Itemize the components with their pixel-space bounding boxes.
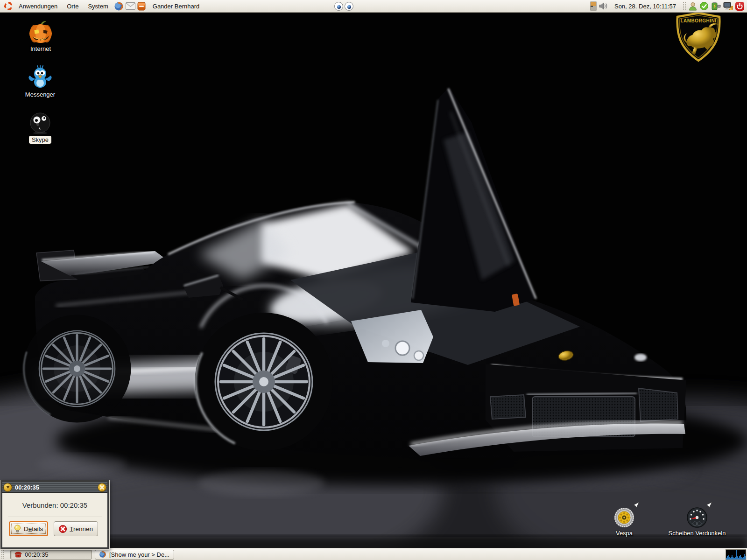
desktop-icon-scheiben-verdunkeln[interactable]: Scheiben Verdunkeln <box>662 507 732 537</box>
eye-left-icon <box>334 2 343 11</box>
details-button-label: Details <box>24 525 43 532</box>
disconnect-icon <box>59 525 67 533</box>
menu-system[interactable]: System <box>83 0 113 12</box>
rollup-triangle-icon <box>6 486 10 489</box>
wallpaper-lamborghini: LAMBORGHINI <box>0 0 747 560</box>
connection-status-text: Verbunden: 00:20:35 <box>7 501 103 509</box>
taskbar-item-timer[interactable]: 00:20:35 <box>10 550 92 560</box>
bottom-panel: 00:20:35 [Show me your > De... <box>0 548 747 560</box>
desktop-icon-internet[interactable]: Internet <box>15 20 66 52</box>
user-menu[interactable]: Gander Bernhard <box>151 0 201 12</box>
cpufreq-applet-icon[interactable] <box>590 1 597 11</box>
task-label: [Show me your > De... <box>109 551 169 558</box>
panel-grip[interactable] <box>1 550 5 559</box>
menu-anwendungen[interactable]: Anwendungen <box>14 0 62 12</box>
launcher-arrow-icon <box>702 501 713 512</box>
tray-grip[interactable] <box>683 1 686 11</box>
lamborghini-logo-text: LAMBORGHINI <box>680 18 716 23</box>
top-panel-right: Son, 28. Dez, 10:11:57 <box>589 0 747 12</box>
disconnect-button[interactable]: Trennen <box>54 521 98 536</box>
user-status-icon[interactable] <box>688 1 698 11</box>
close-button[interactable] <box>98 483 106 492</box>
eye-right-icon <box>345 2 353 11</box>
system-monitor-applet[interactable] <box>726 549 746 560</box>
launcher-arrow-icon <box>629 501 641 512</box>
menu-orte[interactable]: Orte <box>62 0 83 12</box>
package-launcher-icon[interactable] <box>137 1 146 11</box>
firefox-launcher-icon[interactable] <box>114 1 124 11</box>
desktop-icon-label: Vespa <box>616 530 633 537</box>
top-panel-left: Anwendungen Orte System <box>0 0 201 12</box>
wheel-icon <box>613 507 635 528</box>
mail-launcher-icon[interactable] <box>126 2 135 10</box>
timer-dialog-window: 00:20:35 Verbunden: 00:20:35 Details <box>0 480 109 549</box>
network-warning-icon[interactable] <box>723 1 733 11</box>
gauge-icon <box>686 507 708 528</box>
desktop-icon-label-selected: Skype <box>29 136 51 144</box>
desktop-icon-label: Scheiben Verdunkeln <box>669 530 726 537</box>
dialog-title: 00:20:35 <box>15 484 98 491</box>
desktop-screen: LAMBORGHINI Anwendungen Orte System <box>0 0 747 560</box>
telephone-icon <box>14 552 22 558</box>
firefox-icon <box>99 551 106 558</box>
skype-blob-icon <box>28 112 52 134</box>
ubuntu-logo-icon[interactable] <box>4 1 13 11</box>
top-panel: Anwendungen Orte System <box>0 0 747 13</box>
details-button[interactable]: Details <box>9 521 48 536</box>
battery-charging-icon[interactable] <box>711 1 721 11</box>
taskbar-item-firefox[interactable]: [Show me your > De... <box>95 550 174 560</box>
lightbulb-icon <box>14 525 21 533</box>
desktop-icon-messenger[interactable]: Messenger <box>14 65 66 98</box>
clock[interactable]: Son, 28. Dez, 10:11:57 <box>614 3 676 10</box>
rollup-button[interactable] <box>3 483 12 492</box>
volume-icon[interactable] <box>599 2 608 10</box>
blue-bird-icon <box>27 65 53 90</box>
desktop-icon-label: Internet <box>30 45 51 52</box>
desktop-icon-label: Messenger <box>25 91 55 98</box>
pumpkin-icon <box>28 20 53 44</box>
desktop-icon-vespa[interactable]: Vespa <box>599 507 650 537</box>
eyes-applet[interactable] <box>334 2 353 11</box>
close-icon <box>100 485 104 490</box>
power-button-icon[interactable] <box>735 1 745 11</box>
dialog-body: Verbunden: 00:20:35 Details <box>2 493 107 536</box>
desktop-icon-skype[interactable]: Skype <box>14 112 66 144</box>
skype-status-icon[interactable] <box>699 1 709 11</box>
task-label: 00:20:35 <box>25 551 49 558</box>
dialog-titlebar[interactable]: 00:20:35 <box>2 482 107 493</box>
disconnect-button-label: Trennen <box>70 525 93 532</box>
